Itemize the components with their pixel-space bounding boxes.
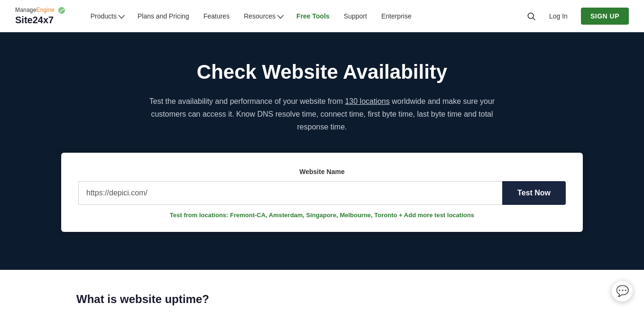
hero-section: Check Website Availability Test the avai…: [0, 32, 644, 270]
nav-links: Products Plans and Pricing Features Reso…: [85, 9, 526, 24]
input-row: Test Now: [78, 181, 566, 205]
nav-item-free-tools[interactable]: Free Tools: [291, 9, 335, 24]
svg-point-0: [528, 13, 534, 18]
nav-item-products[interactable]: Products: [85, 9, 129, 24]
hero-desc-part1: Test the availability and performance of…: [149, 97, 345, 105]
tool-label: Website Name: [78, 168, 566, 175]
nav-item-support[interactable]: Support: [338, 9, 373, 24]
navbar: ManageEngine Site24x7 Products Plans and…: [0, 0, 644, 32]
logo[interactable]: ManageEngine Site24x7: [15, 6, 66, 26]
logo-top-text: ManageEngine: [15, 6, 66, 15]
hero-description: Test the availability and performance of…: [137, 95, 507, 134]
chat-bubble[interactable]: 💬: [612, 281, 633, 302]
resources-chevron-icon: [277, 12, 284, 18]
chat-widget[interactable]: 💬: [604, 273, 633, 302]
content-section: What is website uptime? Website uptime o…: [61, 270, 583, 313]
chat-icon: 💬: [616, 285, 629, 297]
products-chevron-icon: [118, 12, 125, 18]
signup-button[interactable]: SIGN UP: [581, 8, 629, 25]
nav-item-enterprise[interactable]: Enterprise: [376, 9, 417, 24]
logo-highlight: Engine: [37, 7, 55, 13]
url-input[interactable]: [78, 181, 502, 205]
login-button[interactable]: Log In: [543, 9, 573, 23]
location-row: Test from locations: Fremont-CA, Amsterd…: [78, 212, 566, 219]
locations-link[interactable]: 130 locations: [345, 97, 389, 105]
nav-actions: Log In SIGN UP: [526, 8, 629, 25]
location-prefix: Test from locations: Fremont-CA, Amsterd…: [170, 212, 397, 219]
tool-card: Website Name Test Now Test from location…: [61, 153, 583, 232]
svg-line-1: [533, 18, 535, 20]
logo-site-name: Site24x7: [15, 15, 66, 26]
search-icon[interactable]: [526, 11, 536, 21]
add-locations-link[interactable]: + Add more test locations: [399, 212, 474, 219]
logo-icon: [57, 6, 66, 15]
section-title: What is website uptime?: [76, 293, 568, 306]
hero-title: Check Website Availability: [9, 61, 635, 83]
test-now-button[interactable]: Test Now: [502, 181, 566, 205]
nav-item-resources[interactable]: Resources: [238, 9, 288, 24]
nav-item-features[interactable]: Features: [198, 9, 235, 24]
nav-item-plans[interactable]: Plans and Pricing: [132, 9, 195, 24]
